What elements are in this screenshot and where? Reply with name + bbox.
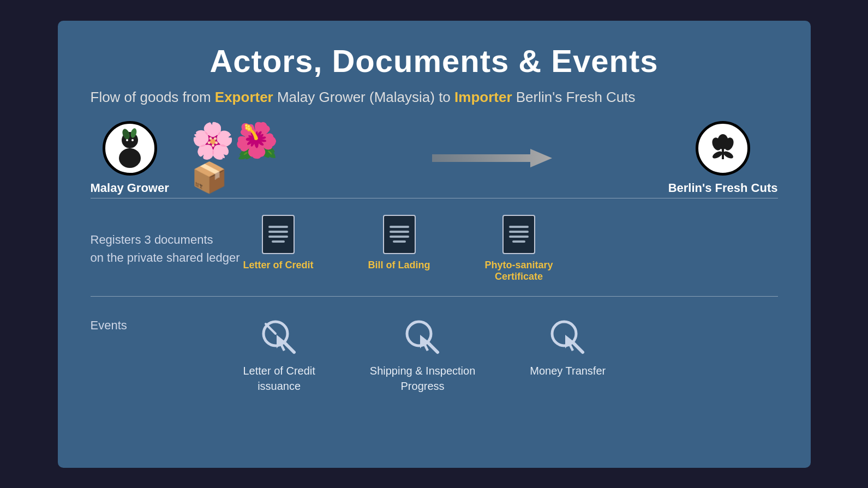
doc-line [512,240,525,243]
berlin-avatar [696,121,750,176]
svg-line-22 [573,342,583,352]
doc-line [268,236,288,238]
doc-bol-label: Bill of Lading [368,260,430,271]
svg-line-15 [284,342,294,352]
subtitle-prefix: Flow of goods from [91,89,215,105]
svg-line-19 [428,342,438,352]
event-loc-issuance: Letter of Creditissuance [243,318,315,394]
arrow-container [327,144,657,172]
doc-line [268,226,288,228]
malay-grower-icon [108,126,152,170]
event-money-label: Money Transfer [530,363,606,378]
actors-middle: 🌸🌺📦 [169,123,668,193]
importer-highlight: Importer [454,89,512,105]
flower-box: 🌸🌺📦 [191,123,278,193]
flow-arrow [432,144,552,172]
flower-box-icon: 🌸🌺📦 [191,123,278,193]
svg-point-5 [131,139,134,141]
phyto-icon [502,215,535,254]
event-money-icon [549,318,587,357]
documents-row: Registers 3 documents on the private sha… [91,209,778,293]
doc-phyto-label: Phyto-sanitaryCertificate [485,260,553,282]
malay-grower-label: Malay Grower [91,181,169,195]
docs-label-line1: Registers 3 documents [91,233,213,246]
doc-loc-label: Letter of Credit [243,260,314,271]
slide: Actors, Documents & Events Flow of goods… [58,21,811,468]
docs-section-label: Registers 3 documents on the private sha… [91,231,243,267]
doc-line [393,240,406,243]
event-shipping-label: Shipping & InspectionProgress [370,363,475,394]
malay-grower-avatar [103,121,157,176]
divider-2 [91,296,778,297]
actor-berlin: Berlin's Fresh Cuts [668,121,778,195]
svg-line-16 [266,324,276,334]
docs-label-line2: on the private shared ledger [91,251,240,264]
doc-line [390,231,409,233]
doc-line [268,231,288,233]
actors-row: Malay Grower 🌸🌺📦 [91,121,778,195]
doc-line [272,240,285,243]
berlin-icon [701,126,745,170]
events-row: Events Letter of Creditissuance [91,308,778,394]
bill-of-lading-icon [383,215,416,254]
subtitle-suffix: Berlin's Fresh Cuts [512,89,636,105]
doc-line [509,226,529,228]
svg-point-4 [126,139,128,141]
subtitle: Flow of goods from Exporter Malay Grower… [91,89,778,106]
exporter-highlight: Exporter [215,89,273,105]
events-items: Letter of Creditissuance Shipping & Insp… [243,318,778,394]
doc-line [509,231,529,233]
event-money-transfer: Money Transfer [530,318,606,378]
docs-items: Letter of Credit Bill of Lading [243,215,778,282]
cursor-icon-3 [549,318,587,357]
cursor-icon-1 [260,318,298,357]
event-loc-icon [260,318,298,357]
doc-bill-of-lading: Bill of Lading [368,215,430,271]
subtitle-middle: Malay Grower (Malaysia) to [273,89,454,105]
berlin-label: Berlin's Fresh Cuts [668,181,778,195]
cursor-icon-2 [404,318,442,357]
svg-point-1 [119,148,141,168]
letter-of-credit-icon [262,215,295,254]
event-shipping: Shipping & InspectionProgress [370,318,475,394]
doc-letter-of-credit: Letter of Credit [243,215,314,271]
arrow-svg [432,144,552,172]
slide-title: Actors, Documents & Events [91,43,778,79]
doc-line [390,226,409,228]
doc-phyto: Phyto-sanitaryCertificate [485,215,553,282]
doc-line [390,236,409,238]
doc-line [509,236,529,238]
actor-malay-grower: Malay Grower [91,121,169,195]
event-shipping-icon [404,318,442,357]
divider-1 [91,198,778,198]
svg-marker-6 [432,149,552,167]
events-section-label: Events [91,318,243,333]
event-loc-label: Letter of Creditissuance [243,363,315,394]
